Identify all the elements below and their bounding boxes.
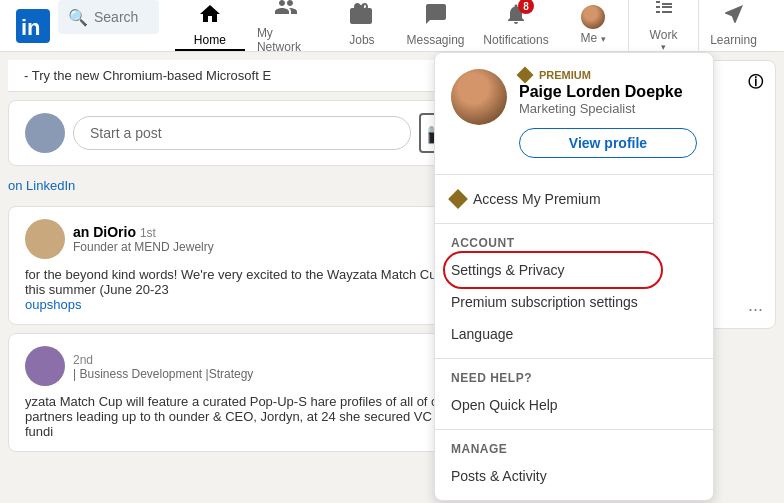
post-2-role: | Business Development |Strategy (73, 367, 253, 381)
me-avatar (581, 5, 605, 29)
on-linkedin-text: on LinkedIn (8, 172, 476, 198)
access-premium-item[interactable]: Access My Premium (435, 183, 713, 215)
language-item[interactable]: Language (435, 318, 713, 350)
me-dropdown: PREMIUM Paige Lorden Doepke Marketing Sp… (434, 52, 714, 501)
post-input[interactable]: Start a post (73, 116, 411, 150)
jobs-icon (350, 2, 374, 31)
search-icon: 🔍 (68, 8, 88, 27)
nav-item-work[interactable]: Work ▾ (628, 0, 698, 51)
feed-area: - Try the new Chromium-based Microsoft E… (0, 52, 484, 503)
work-icon (652, 0, 676, 26)
nav-item-notifications[interactable]: 8 Notifications (474, 0, 558, 51)
messaging-label: Messaging (407, 33, 465, 47)
post-2-user-info: 2nd | Business Development |Strategy (73, 351, 253, 381)
post-avatar (25, 113, 65, 153)
promo-banner: - Try the new Chromium-based Microsoft E (8, 60, 476, 92)
learning-label: Learning (710, 33, 757, 47)
work-label: Work (650, 28, 678, 42)
nav-items: Home My Network Jobs Messaging (175, 0, 768, 51)
settings-privacy-item[interactable]: Settings & Privacy (435, 254, 713, 286)
learning-icon (722, 2, 746, 31)
post-1-user-row: an DiOrio 1st Founder at MEND Jewelry (25, 219, 459, 259)
post-1-user-info: an DiOrio 1st Founder at MEND Jewelry (73, 224, 214, 254)
notifications-badge: 8 (518, 0, 534, 14)
post-1-link2[interactable]: oupshops (25, 297, 81, 312)
premium-subscription-item[interactable]: Premium subscription settings (435, 286, 713, 318)
nav-item-me[interactable]: Me ▾ (558, 0, 628, 51)
dropdown-user-info: PREMIUM Paige Lorden Doepke Marketing Sp… (519, 69, 697, 158)
premium-diamond-icon (517, 67, 534, 84)
dropdown-avatar (451, 69, 507, 125)
nav-item-messaging[interactable]: Messaging (397, 0, 474, 51)
dropdown-account-section: ACCOUNT Settings & Privacy Premium subsc… (435, 224, 713, 359)
feed-post-1: an DiOrio 1st Founder at MEND Jewelry fo… (8, 206, 476, 325)
home-icon (198, 2, 222, 31)
post-1-body: for the beyond kind words! We're very ex… (25, 267, 459, 312)
dropdown-manage-section: MANAGE Posts & Activity (435, 430, 713, 500)
search-input[interactable] (94, 9, 149, 25)
jobs-label: Jobs (349, 33, 374, 47)
post-2-degree: 2nd (73, 351, 253, 367)
home-label: Home (194, 33, 226, 47)
open-quick-help-item[interactable]: Open Quick Help (435, 389, 713, 421)
notifications-label: Notifications (483, 33, 548, 47)
post-1-role: Founder at MEND Jewelry (73, 240, 214, 254)
post-2-user-row: 2nd | Business Development |Strategy (25, 346, 459, 386)
account-section-title: ACCOUNT (435, 232, 713, 254)
dropdown-profile-section: PREMIUM Paige Lorden Doepke Marketing Sp… (435, 53, 713, 175)
avatar-image (451, 69, 507, 125)
post-box: Start a post 📷 (8, 100, 476, 166)
dropdown-help-section: NEED HELP? Open Quick Help (435, 359, 713, 430)
post-1-degree: 1st (140, 226, 156, 240)
nav-item-home[interactable]: Home (175, 0, 245, 51)
post-placeholder: Start a post (90, 125, 162, 141)
dropdown-user-name: Paige Lorden Doepke (519, 83, 697, 101)
search-box[interactable]: 🔍 (58, 0, 159, 34)
manage-section-title: MANAGE (435, 438, 713, 460)
nav-item-learning[interactable]: Learning (698, 0, 768, 51)
my-network-icon (274, 0, 298, 24)
notifications-icon: 8 (504, 2, 528, 31)
help-section-title: NEED HELP? (435, 367, 713, 389)
nav-item-my-network[interactable]: My Network (245, 0, 327, 51)
linkedin-logo[interactable]: in (16, 0, 50, 51)
view-profile-button[interactable]: View profile (519, 128, 697, 158)
me-label: Me ▾ (580, 31, 605, 45)
dropdown-user-title: Marketing Specialist (519, 101, 697, 116)
info-icon[interactable]: ⓘ (748, 73, 763, 92)
access-premium-icon (448, 189, 468, 209)
messaging-icon (424, 2, 448, 31)
post-1-avatar (25, 219, 65, 259)
svg-text:in: in (21, 15, 41, 40)
top-navigation: in 🔍 Home My Network Jobs (0, 0, 784, 52)
nav-item-jobs[interactable]: Jobs (327, 0, 397, 51)
my-network-label: My Network (257, 26, 315, 54)
post-2-body: yzata Match Cup will feature a curated P… (25, 394, 459, 439)
feed-post-2: 2nd | Business Development |Strategy yza… (8, 333, 476, 452)
premium-badge: PREMIUM (519, 69, 697, 81)
post-2-avatar (25, 346, 65, 386)
posts-activity-item[interactable]: Posts & Activity (435, 460, 713, 492)
post-1-author: an DiOrio 1st (73, 224, 214, 240)
dropdown-premium-section: Access My Premium (435, 175, 713, 224)
